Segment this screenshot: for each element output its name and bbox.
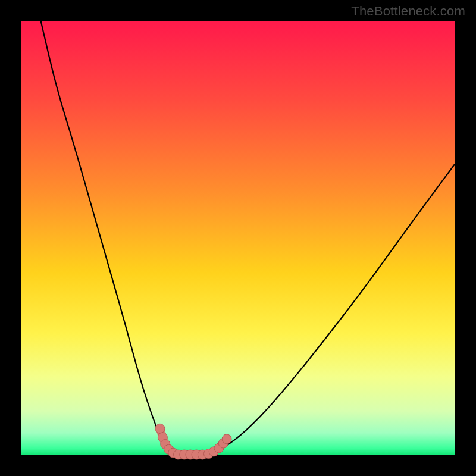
chart-frame: TheBottleneck.com [0, 0, 476, 476]
marker-dot [155, 424, 165, 433]
plot-area [21, 21, 455, 455]
marker-dot [222, 434, 231, 444]
bottleneck-curve [41, 21, 455, 455]
curve-layer [21, 21, 455, 455]
watermark-label: TheBottleneck.com [351, 4, 465, 19]
